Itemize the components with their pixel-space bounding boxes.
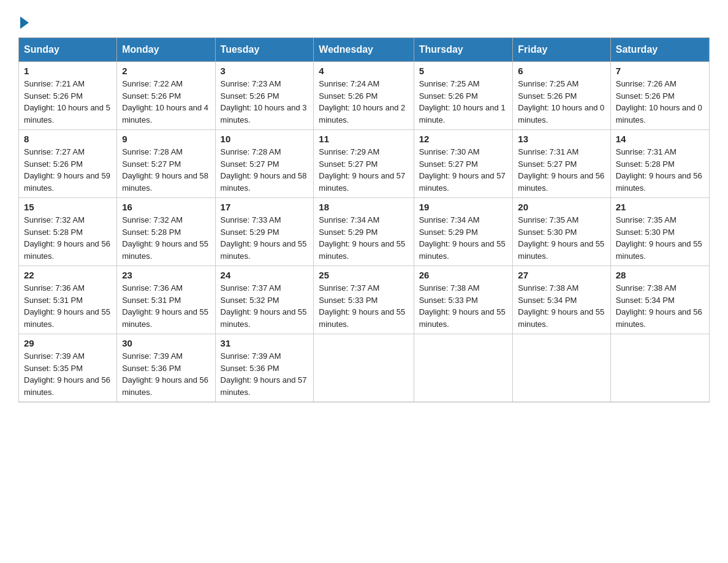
column-header-sunday: Sunday	[19, 38, 117, 62]
day-number: 23	[122, 270, 210, 280]
calendar-cell: 19 Sunrise: 7:34 AM Sunset: 5:29 PM Dayl…	[414, 198, 513, 266]
day-info: Sunrise: 7:26 AM Sunset: 5:26 PM Dayligh…	[616, 78, 704, 126]
day-info: Sunrise: 7:29 AM Sunset: 5:27 PM Dayligh…	[319, 146, 408, 194]
day-number: 12	[419, 134, 508, 144]
day-number: 10	[221, 134, 309, 144]
day-number: 28	[616, 270, 704, 280]
day-info: Sunrise: 7:38 AM Sunset: 5:33 PM Dayligh…	[419, 282, 508, 330]
day-info: Sunrise: 7:21 AM Sunset: 5:26 PM Dayligh…	[24, 78, 112, 126]
calendar-week-row: 15 Sunrise: 7:32 AM Sunset: 5:28 PM Dayl…	[19, 198, 710, 266]
day-number: 24	[221, 270, 309, 280]
calendar-cell: 10 Sunrise: 7:28 AM Sunset: 5:27 PM Dayl…	[215, 130, 314, 198]
calendar-week-row: 8 Sunrise: 7:27 AM Sunset: 5:26 PM Dayli…	[19, 130, 710, 198]
calendar-cell: 17 Sunrise: 7:33 AM Sunset: 5:29 PM Dayl…	[215, 198, 314, 266]
day-info: Sunrise: 7:38 AM Sunset: 5:34 PM Dayligh…	[518, 282, 605, 330]
calendar-table: SundayMondayTuesdayWednesdayThursdayFrid…	[18, 37, 710, 402]
calendar-cell	[610, 334, 709, 402]
logo-triangle-icon	[20, 17, 29, 29]
day-number: 14	[616, 134, 704, 144]
day-number: 1	[24, 66, 112, 76]
day-number: 21	[616, 202, 704, 212]
calendar-cell: 8 Sunrise: 7:27 AM Sunset: 5:26 PM Dayli…	[19, 130, 117, 198]
calendar-cell: 16 Sunrise: 7:32 AM Sunset: 5:28 PM Dayl…	[117, 198, 215, 266]
day-number: 27	[518, 270, 605, 280]
logo	[18, 12, 29, 26]
day-info: Sunrise: 7:22 AM Sunset: 5:26 PM Dayligh…	[122, 78, 210, 126]
column-header-wednesday: Wednesday	[314, 38, 414, 62]
day-info: Sunrise: 7:25 AM Sunset: 5:26 PM Dayligh…	[419, 78, 508, 126]
calendar-cell	[414, 334, 513, 402]
calendar-cell: 11 Sunrise: 7:29 AM Sunset: 5:27 PM Dayl…	[314, 130, 414, 198]
calendar-cell: 13 Sunrise: 7:31 AM Sunset: 5:27 PM Dayl…	[513, 130, 610, 198]
column-header-thursday: Thursday	[414, 38, 513, 62]
calendar-cell: 12 Sunrise: 7:30 AM Sunset: 5:27 PM Dayl…	[414, 130, 513, 198]
day-info: Sunrise: 7:34 AM Sunset: 5:29 PM Dayligh…	[419, 214, 508, 262]
calendar-cell: 2 Sunrise: 7:22 AM Sunset: 5:26 PM Dayli…	[117, 62, 215, 130]
column-header-tuesday: Tuesday	[215, 38, 314, 62]
day-info: Sunrise: 7:33 AM Sunset: 5:29 PM Dayligh…	[221, 214, 309, 262]
calendar-cell: 23 Sunrise: 7:36 AM Sunset: 5:31 PM Dayl…	[117, 266, 215, 334]
day-info: Sunrise: 7:37 AM Sunset: 5:33 PM Dayligh…	[319, 282, 408, 330]
calendar-cell: 27 Sunrise: 7:38 AM Sunset: 5:34 PM Dayl…	[513, 266, 610, 334]
day-info: Sunrise: 7:37 AM Sunset: 5:32 PM Dayligh…	[221, 282, 309, 330]
day-info: Sunrise: 7:31 AM Sunset: 5:28 PM Dayligh…	[616, 146, 704, 194]
day-info: Sunrise: 7:27 AM Sunset: 5:26 PM Dayligh…	[24, 146, 112, 194]
calendar-cell: 6 Sunrise: 7:25 AM Sunset: 5:26 PM Dayli…	[513, 62, 610, 130]
calendar-cell: 28 Sunrise: 7:38 AM Sunset: 5:34 PM Dayl…	[610, 266, 709, 334]
calendar-week-row: 22 Sunrise: 7:36 AM Sunset: 5:31 PM Dayl…	[19, 266, 710, 334]
calendar-cell: 25 Sunrise: 7:37 AM Sunset: 5:33 PM Dayl…	[314, 266, 414, 334]
day-number: 8	[24, 134, 112, 144]
calendar-cell: 20 Sunrise: 7:35 AM Sunset: 5:30 PM Dayl…	[513, 198, 610, 266]
calendar-cell: 15 Sunrise: 7:32 AM Sunset: 5:28 PM Dayl…	[19, 198, 117, 266]
column-header-monday: Monday	[117, 38, 215, 62]
day-info: Sunrise: 7:34 AM Sunset: 5:29 PM Dayligh…	[319, 214, 408, 262]
day-number: 30	[122, 338, 210, 348]
day-info: Sunrise: 7:23 AM Sunset: 5:26 PM Dayligh…	[221, 78, 309, 126]
column-header-saturday: Saturday	[610, 38, 709, 62]
day-info: Sunrise: 7:38 AM Sunset: 5:34 PM Dayligh…	[616, 282, 704, 330]
day-number: 16	[122, 202, 210, 212]
day-info: Sunrise: 7:24 AM Sunset: 5:26 PM Dayligh…	[319, 78, 408, 126]
calendar-cell: 26 Sunrise: 7:38 AM Sunset: 5:33 PM Dayl…	[414, 266, 513, 334]
day-number: 20	[518, 202, 605, 212]
day-number: 2	[122, 66, 210, 76]
day-info: Sunrise: 7:39 AM Sunset: 5:36 PM Dayligh…	[221, 350, 309, 398]
day-info: Sunrise: 7:31 AM Sunset: 5:27 PM Dayligh…	[518, 146, 605, 194]
calendar-cell: 29 Sunrise: 7:39 AM Sunset: 5:35 PM Dayl…	[19, 334, 117, 402]
day-number: 11	[319, 134, 408, 144]
calendar-cell	[513, 334, 610, 402]
day-info: Sunrise: 7:28 AM Sunset: 5:27 PM Dayligh…	[221, 146, 309, 194]
day-number: 22	[24, 270, 112, 280]
day-info: Sunrise: 7:39 AM Sunset: 5:36 PM Dayligh…	[122, 350, 210, 398]
calendar-week-row: 1 Sunrise: 7:21 AM Sunset: 5:26 PM Dayli…	[19, 62, 710, 130]
calendar-cell	[314, 334, 414, 402]
day-number: 17	[221, 202, 309, 212]
day-info: Sunrise: 7:36 AM Sunset: 5:31 PM Dayligh…	[122, 282, 210, 330]
day-info: Sunrise: 7:30 AM Sunset: 5:27 PM Dayligh…	[419, 146, 508, 194]
calendar-cell: 4 Sunrise: 7:24 AM Sunset: 5:26 PM Dayli…	[314, 62, 414, 130]
page-header	[18, 12, 710, 26]
calendar-cell: 3 Sunrise: 7:23 AM Sunset: 5:26 PM Dayli…	[215, 62, 314, 130]
calendar-week-row: 29 Sunrise: 7:39 AM Sunset: 5:35 PM Dayl…	[19, 334, 710, 402]
day-info: Sunrise: 7:35 AM Sunset: 5:30 PM Dayligh…	[518, 214, 605, 262]
calendar-cell: 14 Sunrise: 7:31 AM Sunset: 5:28 PM Dayl…	[610, 130, 709, 198]
day-number: 13	[518, 134, 605, 144]
day-number: 7	[616, 66, 704, 76]
day-info: Sunrise: 7:32 AM Sunset: 5:28 PM Dayligh…	[122, 214, 210, 262]
day-number: 9	[122, 134, 210, 144]
calendar-cell: 9 Sunrise: 7:28 AM Sunset: 5:27 PM Dayli…	[117, 130, 215, 198]
calendar-header-row: SundayMondayTuesdayWednesdayThursdayFrid…	[19, 38, 710, 62]
calendar-cell: 21 Sunrise: 7:35 AM Sunset: 5:30 PM Dayl…	[610, 198, 709, 266]
calendar-cell: 31 Sunrise: 7:39 AM Sunset: 5:36 PM Dayl…	[215, 334, 314, 402]
day-number: 19	[419, 202, 508, 212]
day-number: 5	[419, 66, 508, 76]
day-number: 31	[221, 338, 309, 348]
day-info: Sunrise: 7:39 AM Sunset: 5:35 PM Dayligh…	[24, 350, 112, 398]
day-number: 4	[319, 66, 408, 76]
day-info: Sunrise: 7:25 AM Sunset: 5:26 PM Dayligh…	[518, 78, 605, 126]
day-number: 6	[518, 66, 605, 76]
day-number: 25	[319, 270, 408, 280]
calendar-cell: 24 Sunrise: 7:37 AM Sunset: 5:32 PM Dayl…	[215, 266, 314, 334]
day-number: 29	[24, 338, 112, 348]
calendar-cell: 1 Sunrise: 7:21 AM Sunset: 5:26 PM Dayli…	[19, 62, 117, 130]
